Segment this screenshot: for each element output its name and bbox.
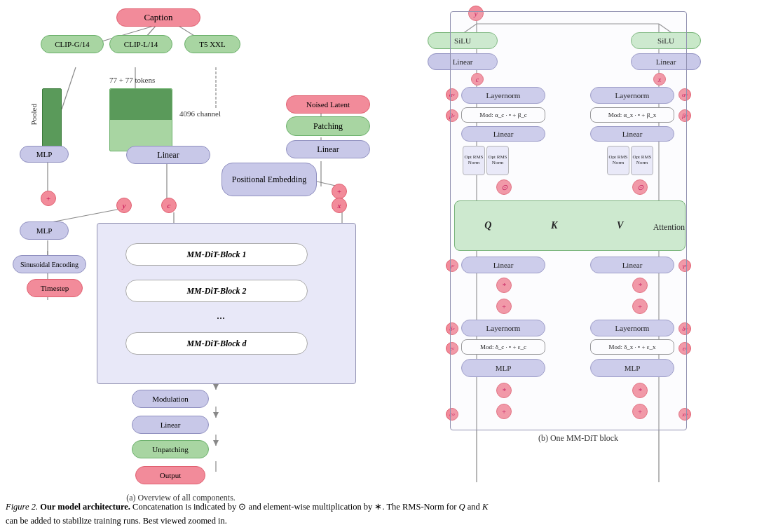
plus-circle-right2: + [632,404,648,419]
gamma-x-circle: γx [678,259,691,272]
plus-circle-right1: + [632,299,648,314]
c-right-circle: c [471,73,484,86]
alpha-x-circle: αx [678,88,691,101]
svg-marker-23 [213,384,219,390]
mult-circle-left1: * [496,278,512,293]
pooled-label: Pooled [29,104,38,125]
caption-box: Caption [116,8,200,27]
linear-middle: Linear [126,146,210,164]
svg-marker-24 [213,412,219,418]
tokens-label: 77 + 77 tokens [109,76,155,84]
alpha-c-circle: αc [446,88,458,101]
sinusoidal-box: Sinusoidal Encoding [13,255,86,273]
odot-right: ⊙ [632,179,648,195]
c-circle: c [161,198,177,213]
silu-left: SiLU [428,32,498,49]
plus-circle-left1: + [496,299,512,314]
svg-line-12 [48,209,121,223]
mmdit-blockd: MM-DiT-Block d [125,332,308,355]
pooled-rect [42,88,62,151]
beta-x-circle: βx [678,109,691,122]
mult-circle-left2: * [496,383,512,398]
linear-right-top: Linear [286,140,370,158]
x-right-circle: x [653,73,666,86]
timestep-box: Timestep [27,279,83,297]
ellipsis: ... [217,309,225,322]
plus-circle-left2: + [496,404,512,419]
mult-circle-right1: * [632,278,648,293]
right-sub-caption: (b) One MM-DiT block [449,433,708,444]
mlp-top-box: MLP [20,146,69,163]
layernorm-left2: Layernorm [461,320,545,336]
mult-circle-right2: * [632,383,648,398]
plus-circle-y: + [41,191,56,206]
mlp-lower-box: MLP [20,221,69,240]
epsilon-c-circle: εc [446,342,458,355]
token-matrix [109,88,172,151]
linear-silu-right: Linear [631,53,701,70]
opt-rms-left: Opt RMS Norm Opt RMS Norm [463,146,509,175]
y-top-circle: y [468,6,484,21]
mod-right1: Mod: α_x · • + β_x [590,107,674,123]
mlp-left-bottom: MLP [461,359,545,377]
output-box: Output [135,466,205,484]
x-circle: x [332,198,347,213]
attention-box: Q K V Attention [454,200,686,251]
modulation-box: Modulation [132,390,209,408]
svg-line-3 [62,67,76,109]
patching-box: Patching [286,116,370,136]
c-out-circle: co [446,408,458,421]
linear-post-att-left: Linear [461,257,545,273]
odot-left: ⊙ [496,179,512,195]
gamma-c-circle: γc [446,259,458,272]
epsilon-x-circle: εx [678,342,691,355]
linear-left-mid: Linear [461,126,545,142]
mlp-right-bottom: MLP [590,359,674,377]
linear-right-mid: Linear [590,126,674,142]
linear-silu-left: Linear [428,53,498,70]
delta-c-circle: δc [446,322,458,335]
plus-circle-x: + [332,184,347,199]
y-circle: y [116,198,132,213]
layernorm-left1: Layernorm [461,87,545,104]
linear-bottom: Linear [132,416,209,434]
beta-c-circle: βc [446,109,458,122]
svg-marker-25 [213,440,219,446]
mod-left1: Mod: α_c · • + β_c [461,107,545,123]
clip-l-box: CLIP-L/14 [109,35,172,53]
mmdit-block1: MM-DiT-Block 1 [125,243,308,266]
layernorm-right2: Layernorm [590,320,674,336]
x-out-circle: xo [678,408,691,421]
channel-label: 4096 channel [179,109,221,118]
layernorm-right1: Layernorm [590,87,674,104]
opt-rms-right: Opt RMS Norm Opt RMS Norm [607,146,653,175]
figure-caption-section: Figure 2. Our model architecture. Concat… [6,500,751,528]
t5-box: T5 XXL [184,35,240,53]
linear-post-att-right: Linear [590,257,674,273]
noised-latent-box: Noised Latent [286,95,370,114]
mod-left2: Mod: δ_c · • + ε_c [461,339,545,355]
positional-embedding-box: Positional Embedding [221,163,317,196]
mmdit-container: MM-DiT-Block 1 MM-DiT-Block 2 ... MM-DiT… [97,223,356,384]
delta-x-circle: δx [678,322,691,335]
attention-label: Attention [653,222,685,233]
mmdit-block2: MM-DiT-Block 2 [125,280,308,302]
silu-right: SiLU [631,32,701,49]
unpatching-box: Unpatching [132,440,209,458]
clip-g-box: CLIP-G/14 [41,35,104,53]
mod-right2: Mod: δ_x · • + ε_x [590,339,674,355]
